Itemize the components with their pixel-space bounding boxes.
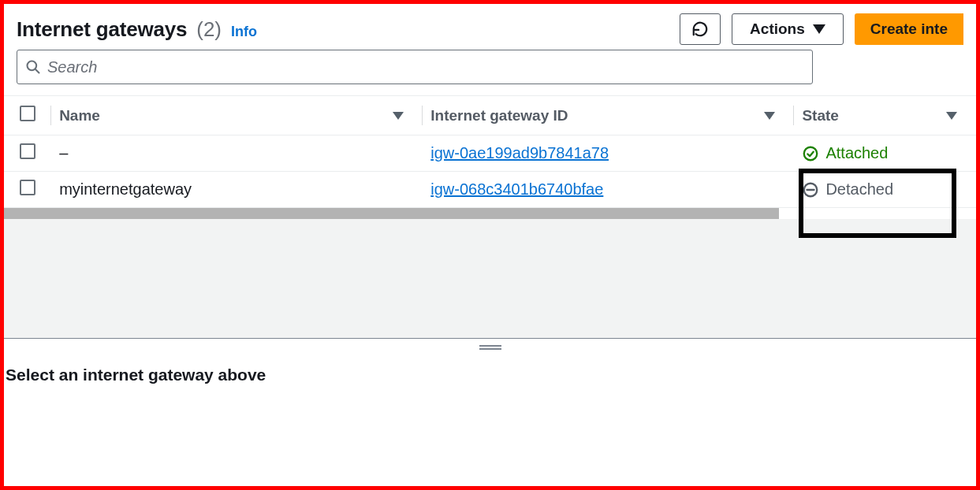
svg-marker-0 — [813, 24, 825, 34]
state-label: Detached — [825, 180, 893, 199]
actions-label: Actions — [750, 20, 805, 38]
column-name-label: Name — [59, 107, 100, 124]
gateways-table: Name Internet gateway ID State — [4, 95, 976, 219]
refresh-button[interactable] — [680, 13, 721, 45]
svg-point-3 — [804, 147, 818, 160]
horizontal-scrollbar[interactable] — [4, 208, 779, 219]
refresh-icon — [691, 20, 709, 38]
column-header-name[interactable]: Name — [51, 96, 423, 135]
gateway-id-link[interactable]: igw-0ae199ad9b7841a78 — [430, 144, 609, 161]
caret-down-icon — [813, 24, 825, 34]
svg-line-2 — [35, 69, 39, 73]
column-header-id[interactable]: Internet gateway ID — [423, 96, 794, 135]
gateway-id-link[interactable]: igw-068c3401b6740bfae — [430, 180, 603, 198]
drag-handle-icon — [479, 345, 501, 347]
column-state-label: State — [802, 107, 838, 124]
search-input[interactable] — [47, 58, 804, 76]
item-count: (2) — [196, 17, 222, 42]
row-checkbox[interactable] — [20, 180, 35, 195]
cell-name: – — [51, 135, 423, 172]
title-group: Internet gateways (2) Info — [17, 17, 257, 42]
column-id-label: Internet gateway ID — [430, 107, 568, 124]
app-frame: Internet gateways (2) Info Actions Creat… — [0, 0, 980, 490]
status-stopped-icon — [802, 181, 819, 199]
header-bar: Internet gateways (2) Info Actions Creat… — [4, 4, 976, 50]
page-title: Internet gateways — [17, 17, 187, 42]
search-row — [4, 50, 976, 95]
create-internet-gateway-button[interactable]: Create inte — [855, 13, 963, 45]
split-panel-handle[interactable] — [4, 339, 976, 347]
filter-icon[interactable] — [946, 112, 957, 120]
detail-panel-empty: Select an internet gateway above — [4, 347, 976, 384]
search-box[interactable] — [17, 50, 813, 84]
filter-icon[interactable] — [393, 112, 404, 120]
state-cell: Attached — [802, 144, 968, 162]
state-label: Attached — [825, 144, 888, 162]
table-footer-area — [4, 219, 976, 339]
table-row[interactable]: – igw-0ae199ad9b7841a78 Attached — [4, 135, 976, 172]
column-header-state[interactable]: State — [794, 96, 976, 135]
table-header-row: Name Internet gateway ID State — [4, 96, 976, 135]
cell-name: myinternetgateway — [51, 172, 423, 208]
search-icon — [25, 59, 41, 75]
filter-icon[interactable] — [764, 112, 775, 120]
actions-button[interactable]: Actions — [732, 13, 844, 45]
state-cell: Detached — [802, 180, 968, 199]
row-checkbox[interactable] — [20, 143, 35, 159]
status-ok-icon — [802, 145, 819, 162]
table-row[interactable]: myinternetgateway igw-068c3401b6740bfae … — [4, 172, 976, 208]
select-all-header — [4, 96, 51, 135]
select-all-checkbox[interactable] — [20, 106, 35, 121]
info-link[interactable]: Info — [231, 24, 257, 40]
